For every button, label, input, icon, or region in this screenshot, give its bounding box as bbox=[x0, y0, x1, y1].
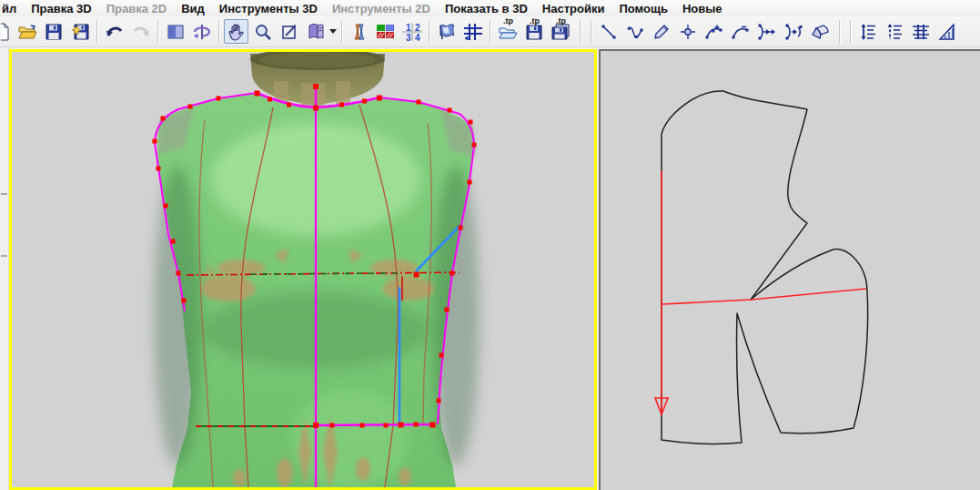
undo-icon bbox=[105, 23, 125, 41]
curve-tool-button[interactable] bbox=[622, 19, 647, 44]
toolbar-separator bbox=[490, 20, 490, 44]
mannequin-icon bbox=[349, 23, 369, 41]
grid-button[interactable] bbox=[460, 19, 485, 44]
rotate-view-button[interactable] bbox=[189, 19, 214, 44]
quarter-numbers-icon: 1234 bbox=[401, 22, 423, 42]
new-document-button[interactable] bbox=[0, 19, 13, 44]
work-area bbox=[0, 47, 980, 490]
line-tool-button[interactable] bbox=[596, 19, 621, 44]
measure-double-icon bbox=[911, 23, 931, 41]
save-as-tp-button[interactable]: .tp bbox=[548, 19, 572, 44]
menu-item-tools-3d[interactable]: Инструменты 3D bbox=[212, 2, 325, 15]
menu-item-view[interactable]: Вид bbox=[174, 2, 212, 15]
splitter-tick bbox=[1, 193, 7, 195]
save-project-icon bbox=[70, 23, 90, 41]
menu-item-edit-2d: Правка 2D bbox=[99, 2, 174, 15]
angle-measure-icon bbox=[937, 23, 957, 41]
tp-label: .tp bbox=[503, 17, 513, 26]
save-button[interactable] bbox=[41, 19, 66, 44]
toolbar-separator bbox=[218, 20, 219, 44]
svg-text:2: 2 bbox=[415, 22, 420, 32]
split-view-icon bbox=[167, 23, 185, 41]
toolbar-separator bbox=[839, 20, 840, 44]
notebook-button[interactable] bbox=[303, 19, 328, 44]
add-curve-point-icon bbox=[704, 23, 724, 41]
measure-vertical-button[interactable] bbox=[855, 19, 880, 44]
open-tp-button[interactable]: .tp bbox=[495, 19, 520, 44]
quality-quadrants-button[interactable] bbox=[373, 19, 398, 44]
redo-icon bbox=[131, 23, 151, 41]
split-view-button[interactable] bbox=[163, 19, 187, 44]
open-folder-icon bbox=[17, 23, 37, 41]
toolbar-separator bbox=[850, 20, 851, 44]
remove-curve-point-icon bbox=[731, 23, 751, 41]
grid-icon bbox=[463, 23, 483, 41]
zoom-button[interactable] bbox=[250, 19, 275, 44]
redo-button bbox=[128, 19, 153, 44]
new-document-icon bbox=[0, 23, 12, 41]
pencil-tool-button[interactable] bbox=[649, 19, 673, 44]
add-curve-point-button[interactable] bbox=[702, 19, 726, 44]
bust-reference-line bbox=[662, 289, 866, 304]
menu-item-show-in-3d[interactable]: Показать в 3D bbox=[438, 2, 535, 15]
pattern-2d-scene bbox=[601, 51, 980, 490]
tp-label: .tp bbox=[530, 17, 540, 26]
undo-button[interactable] bbox=[102, 19, 126, 44]
point-tool-button[interactable] bbox=[675, 19, 700, 44]
measure-double-button[interactable] bbox=[908, 19, 933, 44]
reference-lines-2d bbox=[655, 170, 866, 414]
mannequin-front-button[interactable] bbox=[347, 19, 371, 44]
flag-icon bbox=[437, 23, 457, 41]
remove-curve-point-button[interactable] bbox=[728, 19, 753, 44]
pattern-piece-outline[interactable] bbox=[662, 91, 868, 444]
toolbar-separator bbox=[591, 20, 591, 44]
eraser-icon bbox=[810, 23, 830, 41]
measure-vertical-icon bbox=[858, 23, 878, 41]
toolbar-separator bbox=[580, 20, 581, 44]
quarter-numbers-button[interactable]: 1234 bbox=[399, 19, 424, 44]
join-curves-button[interactable] bbox=[754, 19, 779, 44]
menu-item-edit-3d[interactable]: Правка 3D bbox=[24, 2, 98, 15]
point-tool-icon bbox=[679, 23, 697, 41]
left-splitter-strip[interactable] bbox=[0, 47, 9, 490]
line-tool-icon bbox=[600, 23, 618, 41]
notebook-dropdown-arrow[interactable] bbox=[328, 19, 338, 44]
open-tp-folder-icon bbox=[498, 24, 518, 40]
split-curve-button[interactable] bbox=[781, 19, 805, 44]
quality-quadrants-icon bbox=[376, 23, 396, 41]
flag-button[interactable] bbox=[434, 19, 459, 44]
toolbar-separator bbox=[341, 20, 342, 44]
menu-item-file[interactable]: йл bbox=[0, 2, 24, 15]
viewport-3d[interactable] bbox=[9, 49, 597, 490]
zoom-extents-icon bbox=[280, 23, 298, 41]
save-icon bbox=[45, 23, 63, 41]
save-tp-button[interactable]: .tp bbox=[521, 19, 546, 44]
svg-text:3: 3 bbox=[406, 33, 411, 42]
menu-item-tools-2d: Инструменты 2D bbox=[325, 2, 438, 15]
toolbar: 1234 .tp .tp .tp bbox=[0, 16, 980, 47]
rotate-view-icon bbox=[192, 23, 212, 41]
menu-item-settings[interactable]: Настройки bbox=[535, 2, 612, 15]
pan-hand-icon bbox=[227, 23, 246, 41]
zoom-extents-button[interactable] bbox=[277, 19, 301, 44]
angle-measure-button[interactable] bbox=[935, 19, 959, 44]
split-curve-icon bbox=[783, 23, 804, 41]
viewport-2d[interactable] bbox=[599, 49, 980, 490]
save-project-button[interactable] bbox=[67, 19, 92, 44]
menu-bar: йл Правка 3D Правка 2D Вид Инструменты 3… bbox=[0, 0, 980, 16]
toolbar-separator bbox=[157, 20, 158, 44]
eraser-button[interactable] bbox=[807, 19, 832, 44]
save-tp-icon bbox=[525, 24, 543, 40]
measure-dashed-button[interactable] bbox=[882, 19, 906, 44]
toolbar-separator bbox=[429, 20, 429, 44]
measure-dashed-icon bbox=[884, 23, 904, 41]
zoom-icon bbox=[254, 23, 272, 41]
open-file-button[interactable] bbox=[15, 19, 39, 44]
menu-item-new[interactable]: Новые bbox=[675, 2, 730, 15]
tp-label: .tp bbox=[556, 17, 566, 26]
menu-item-help[interactable]: Помощь bbox=[611, 2, 674, 15]
mannequin-3d-scene bbox=[12, 52, 594, 487]
notebook-icon bbox=[306, 23, 326, 41]
pan-hand-button[interactable] bbox=[224, 19, 248, 44]
save-as-tp-icon bbox=[551, 24, 571, 40]
